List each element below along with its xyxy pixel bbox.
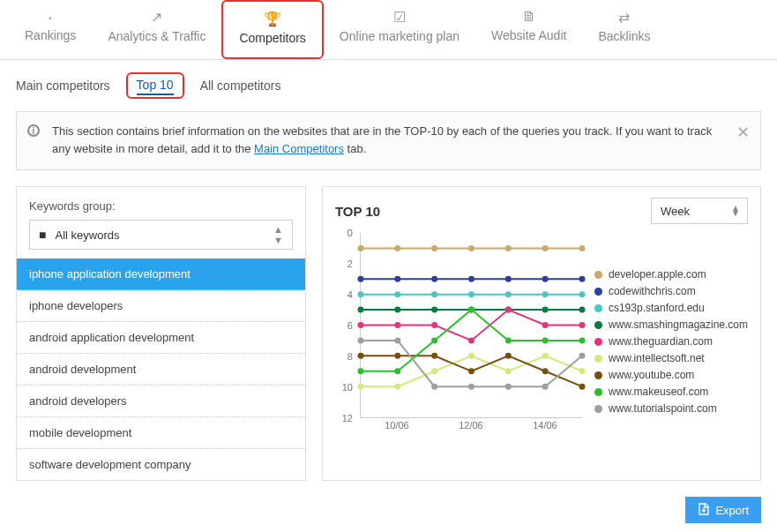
legend-dot bbox=[594, 304, 602, 312]
chart-point[interactable] bbox=[357, 353, 363, 359]
chart-point[interactable] bbox=[394, 384, 400, 390]
chart-point[interactable] bbox=[468, 368, 474, 374]
legend-item[interactable]: www.makeuseof.com bbox=[594, 386, 748, 398]
chart-point[interactable] bbox=[357, 276, 363, 282]
keywords-group-select[interactable]: ■ All keywords ▲▼ bbox=[29, 220, 293, 250]
chart-point[interactable] bbox=[505, 245, 512, 251]
chart-point[interactable] bbox=[468, 291, 474, 297]
keyword-item[interactable]: android development bbox=[17, 354, 305, 386]
chart-point[interactable] bbox=[505, 368, 512, 374]
chart-point[interactable] bbox=[394, 337, 400, 343]
chart-point[interactable] bbox=[542, 353, 549, 359]
subnav-item-all-competitors[interactable]: All competitors bbox=[200, 79, 281, 93]
legend-dot bbox=[594, 271, 602, 279]
chart-point[interactable] bbox=[542, 307, 549, 313]
export-button[interactable]: Export bbox=[685, 497, 761, 523]
keyword-item[interactable]: android application development bbox=[17, 322, 305, 354]
subnav-label: Main competitors bbox=[16, 79, 110, 93]
chart-point[interactable] bbox=[431, 322, 437, 328]
legend-item[interactable]: codewithchris.com bbox=[594, 285, 748, 297]
chart-point[interactable] bbox=[468, 384, 474, 390]
keyword-item[interactable]: iphone application development bbox=[17, 259, 305, 290]
subnav-item-main-competitors[interactable]: Main competitors bbox=[16, 79, 110, 93]
legend-label: www.smashingmagazine.com bbox=[609, 318, 748, 331]
chart-point[interactable] bbox=[468, 337, 474, 343]
chart-point[interactable] bbox=[394, 353, 400, 359]
period-select[interactable]: Week ▲▼ bbox=[651, 198, 748, 224]
chart-point[interactable] bbox=[394, 307, 400, 313]
chart-point[interactable] bbox=[357, 337, 363, 343]
chart-point[interactable] bbox=[542, 276, 549, 282]
legend-item[interactable]: www.intellectsoft.net bbox=[594, 352, 748, 364]
chart-point[interactable] bbox=[357, 368, 363, 374]
chart-point[interactable] bbox=[579, 245, 585, 251]
nav-item-competitors[interactable]: 🏆Competitors bbox=[221, 0, 323, 59]
keyword-item[interactable]: mobile development bbox=[17, 417, 305, 449]
keyword-item[interactable]: software development company bbox=[17, 449, 305, 480]
chart-point[interactable] bbox=[431, 291, 437, 297]
legend-item[interactable]: developer.apple.com bbox=[594, 268, 748, 281]
chart-point[interactable] bbox=[468, 353, 474, 359]
keyword-item[interactable]: android developers bbox=[17, 386, 305, 417]
legend-item[interactable]: www.theguardian.com bbox=[594, 335, 748, 348]
chart-point[interactable] bbox=[431, 368, 437, 374]
chart-point[interactable] bbox=[505, 353, 512, 359]
chart-point[interactable] bbox=[394, 368, 400, 374]
chart-point[interactable] bbox=[357, 245, 363, 251]
close-icon[interactable]: ✕ bbox=[736, 121, 750, 145]
nav-item-online-marketing-plan[interactable]: ☑Online marketing plan bbox=[324, 0, 475, 59]
chart-point[interactable] bbox=[431, 307, 437, 313]
chart-point[interactable] bbox=[542, 322, 549, 328]
chart-point[interactable] bbox=[579, 368, 585, 374]
chart-point[interactable] bbox=[542, 337, 549, 343]
info-banner: i This section contains brief informatio… bbox=[16, 111, 761, 170]
chart-point[interactable] bbox=[579, 353, 585, 359]
chevron-updown-icon: ▲▼ bbox=[273, 224, 283, 245]
chart-point[interactable] bbox=[357, 384, 363, 390]
chart-point[interactable] bbox=[579, 337, 585, 343]
chart-point[interactable] bbox=[357, 291, 363, 297]
chart-point[interactable] bbox=[505, 291, 512, 297]
chart-point[interactable] bbox=[431, 353, 437, 359]
nav-item-website-audit[interactable]: 🗎Website Audit bbox=[475, 0, 582, 59]
legend-item[interactable]: www.tutorialspoint.com bbox=[594, 402, 748, 415]
nav-item-rankings[interactable]: ⬪Rankings bbox=[9, 0, 92, 59]
chart-point[interactable] bbox=[468, 276, 474, 282]
chart-point[interactable] bbox=[579, 384, 585, 390]
period-value: Week bbox=[661, 205, 690, 218]
nav-item-backlinks[interactable]: ⇄Backlinks bbox=[582, 0, 666, 59]
chart-point[interactable] bbox=[542, 245, 549, 251]
chart-point[interactable] bbox=[468, 307, 474, 313]
chart-point[interactable] bbox=[542, 368, 549, 374]
keyword-item[interactable]: iphone developers bbox=[17, 290, 305, 322]
chart-point[interactable] bbox=[505, 337, 512, 343]
chart-point[interactable] bbox=[579, 322, 585, 328]
legend-item[interactable]: www.smashingmagazine.com bbox=[594, 318, 748, 331]
chart-point[interactable] bbox=[505, 307, 512, 313]
chart-point[interactable] bbox=[431, 337, 437, 343]
legend-item[interactable]: cs193p.stanford.edu bbox=[594, 302, 748, 314]
nav-item-analytics-traffic[interactable]: ↗Analytics & Traffic bbox=[92, 0, 221, 59]
subnav-item-top-[interactable]: Top 10 bbox=[126, 72, 184, 99]
chart-point[interactable] bbox=[579, 291, 585, 297]
legend-item[interactable]: www.youtube.com bbox=[594, 369, 748, 381]
chart-point[interactable] bbox=[394, 276, 400, 282]
y-tick: 4 bbox=[347, 289, 353, 300]
chart-point[interactable] bbox=[357, 322, 363, 328]
chart-point[interactable] bbox=[431, 276, 437, 282]
chart-point[interactable] bbox=[394, 291, 400, 297]
chart-point[interactable] bbox=[542, 291, 549, 297]
chart-point[interactable] bbox=[468, 245, 474, 251]
chart-point[interactable] bbox=[542, 384, 549, 390]
nav-label: Backlinks bbox=[598, 29, 650, 43]
chart-point[interactable] bbox=[394, 245, 400, 251]
chart-point[interactable] bbox=[505, 276, 512, 282]
chart-point[interactable] bbox=[431, 245, 437, 251]
chart-point[interactable] bbox=[579, 307, 585, 313]
chart-point[interactable] bbox=[505, 384, 512, 390]
chart-point[interactable] bbox=[431, 384, 437, 390]
chart-point[interactable] bbox=[579, 276, 585, 282]
chart-point[interactable] bbox=[357, 307, 363, 313]
chart-point[interactable] bbox=[394, 322, 400, 328]
main-competitors-link[interactable]: Main Competitors bbox=[254, 142, 344, 155]
